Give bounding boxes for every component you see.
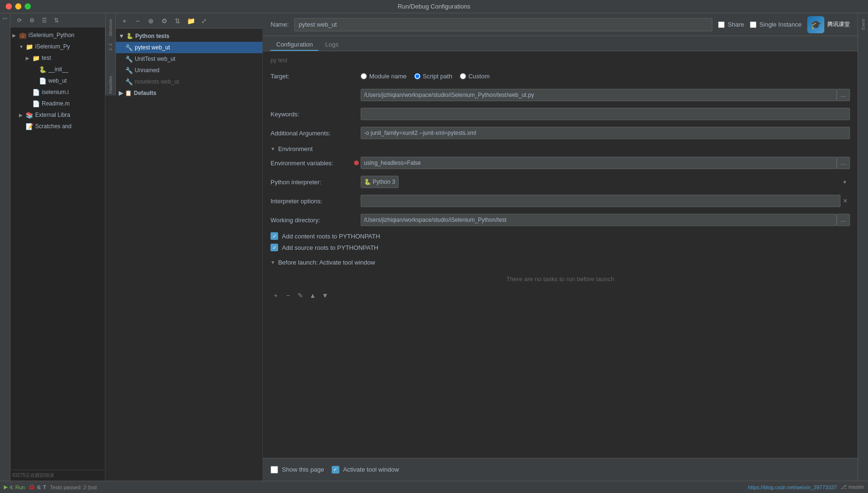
sidebar-gear-btn[interactable]: ☰ [39,15,49,26]
sidebar-item-test[interactable]: ▶ 📁 test [10,52,105,64]
script-path-input[interactable] [361,89,837,101]
test-label: 6: T [37,484,46,490]
env-vars-browse-btn[interactable]: … [837,157,850,169]
z-label[interactable]: 2: Z [108,41,113,53]
single-instance-label: Single Instance [759,21,802,28]
target-label: Target: [271,73,361,80]
additional-args-input[interactable] [361,127,850,139]
sidebar-content: ▶ 💼 Python tests iSelenium_Python ▼ 📁 iS… [10,28,105,470]
sidebar-item-init[interactable]: 🐍 __init__ [10,64,105,75]
before-launch-down-btn[interactable]: ▼ [320,290,330,301]
share-checkbox[interactable] [718,21,725,28]
folder-config-btn[interactable]: 📁 [185,15,196,27]
config-panel: Name: Share Single Instance 🎓 腾讯课堂 Confi… [263,13,858,481]
single-instance-checkbox[interactable] [750,21,756,28]
activate-tool-checkbox[interactable]: ✓ [332,466,339,474]
defaults-icon: 📋 [125,90,132,96]
favorites-label[interactable]: Favorites [108,74,113,95]
custom-option[interactable]: Custom [460,73,490,80]
interpreter-options-clear-btn[interactable]: ✕ [840,196,850,206]
module-name-option[interactable]: Module name [361,73,407,80]
expand-config-btn[interactable]: ⤢ [198,15,210,27]
sidebar-toolbar: ⟳ ⚙ ☰ ⇅ [10,13,105,28]
event-label[interactable]: Event [861,17,866,32]
sidebar-sync-btn[interactable]: ⟳ [14,15,25,26]
before-launch-divider[interactable]: ▼ Before launch: Activate tool window [271,259,850,266]
sidebar-filter-btn[interactable]: ⇅ [51,15,62,26]
interpreter-options-row: Interpreter options: ✕ [271,194,850,208]
tencent-logo: 🎓 [807,16,824,33]
add-source-roots-checkbox[interactable]: ✓ [271,244,278,251]
target-value: Module name Script path Custom [361,73,850,80]
interpreter-options-input[interactable] [361,195,840,207]
working-dir-input[interactable] [361,214,837,226]
defaults-section[interactable]: ▶ 📋 Defaults [116,87,262,99]
maximize-button[interactable] [25,3,31,9]
sidebar: ⟳ ⚙ ☰ ⇅ ▶ 💼 Python tests iSelenium_Pytho… [10,13,105,481]
unnamed-icon: 🔧 [125,67,133,74]
before-launch-add-btn[interactable]: + [271,290,281,301]
module-name-radio[interactable] [361,73,367,79]
git-icon: ⎇ [840,484,847,490]
sidebar-item-iSelenium-Py[interactable]: ▼ 📁 iSelenium_Py [10,41,105,52]
keywords-row: Keywords: [271,107,850,121]
sidebar-item-iselenium-i[interactable]: 📄 iselenium.i [10,86,105,98]
show-page-label: Show this page [282,466,324,473]
target-row: Target: Module name Script path [271,69,850,83]
name-bar: Name: Share Single Instance 🎓 腾讯课堂 [263,13,858,36]
traffic-lights [6,3,31,9]
tab-logs[interactable]: Logs [319,39,344,51]
config-form: py test Target: Module name Script path [263,51,858,458]
remove-config-btn[interactable]: − [132,15,143,27]
script-path-option[interactable]: Script path [414,73,452,80]
show-page-checkbox[interactable] [271,466,278,474]
no-tasks-message: There are no tasks to run before launch [271,270,850,288]
script-path-browse-btn[interactable]: … [837,89,850,101]
custom-radio[interactable] [460,73,466,79]
unittest-icon: 🔧 [125,56,133,63]
arrow-icon: ▼ [19,44,24,49]
settings-config-btn[interactable]: ⚙ [159,15,170,27]
working-dir-browse-btn[interactable]: … [837,214,850,226]
config-item-nosetests[interactable]: 🔧 nosetests web_ut [116,76,262,87]
minimize-button[interactable] [15,3,21,9]
name-input[interactable] [294,18,712,31]
sidebar-item-iSelenium-Python[interactable]: ▶ 💼 Python tests iSelenium_Python [10,29,105,41]
arrow-icon: ▶ [12,33,17,38]
python-tests-section[interactable]: ▼ 🐍 Python tests [116,30,262,42]
env-vars-input[interactable] [361,157,837,169]
before-launch-edit-btn[interactable]: ✎ [295,290,306,301]
structure-label[interactable]: Structure [108,17,113,38]
config-item-unittest-web-ut[interactable]: 🔧 UnitTest web_ut [116,53,262,65]
before-launch-section: ▼ Before launch: Activate tool window Th… [271,259,850,303]
before-launch-up-btn[interactable]: ▲ [308,290,318,301]
keywords-field-row [361,108,850,120]
left-strip-1[interactable]: 1 [2,17,8,20]
test-btn[interactable]: 🐞 6: T [28,484,46,490]
target-radio-group: Module name Script path Custom [361,73,490,80]
python-interpreter-select[interactable]: 🐍 Python 3 [361,176,399,188]
environment-section-divider[interactable]: ▼ Environment [271,145,850,152]
script-path-radio[interactable] [414,73,420,79]
copy-config-btn[interactable]: ⊕ [145,15,157,27]
add-content-roots-checkbox[interactable]: ✓ [271,232,278,240]
add-content-roots-label: Add content roots to PYTHONPATH [282,233,380,240]
sidebar-item-external-libra[interactable]: ▶ 📚 External Libra [10,109,105,121]
before-launch-remove-btn[interactable]: − [283,290,293,301]
add-config-btn[interactable]: + [119,15,130,27]
sidebar-item-scratches[interactable]: 📝 Scratches and [10,121,105,132]
sort-config-btn[interactable]: ⇅ [172,15,183,27]
arrow-down-icon: ▼ [119,33,124,39]
sidebar-item-readme[interactable]: 📄 Readme.m [10,98,105,109]
config-item-unnamed[interactable]: 🔧 Unnamed [116,65,262,76]
sidebar-item-web-ut[interactable]: 📄 web_ut [10,75,105,86]
environment-section-title: Environment [278,145,313,152]
sidebar-config-btn[interactable]: ⚙ [27,15,37,26]
config-item-pytest-web-ut[interactable]: 🔧 pytest web_ut [116,42,262,53]
status-url[interactable]: https://blog.csdn.net/weixin_39773337 [748,484,837,490]
close-button[interactable] [6,3,12,9]
tab-configuration[interactable]: Configuration [271,39,318,51]
status-bar: ▶ 4: Run 🐞 6: T Tests passed: 2 (tod htt… [0,481,868,493]
run-btn[interactable]: ▶ 4: Run [4,484,25,490]
keywords-input[interactable] [361,108,850,120]
